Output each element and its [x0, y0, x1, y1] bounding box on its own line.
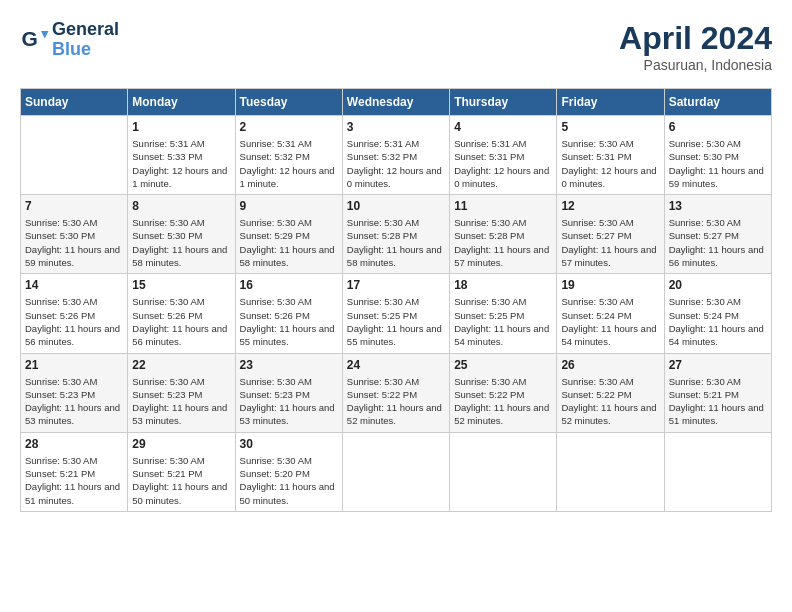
calendar-cell: 2Sunrise: 5:31 AMSunset: 5:32 PMDaylight… [235, 116, 342, 195]
day-info: Sunrise: 5:30 AMSunset: 5:22 PMDaylight:… [347, 375, 445, 428]
svg-marker-1 [41, 31, 49, 39]
day-info: Sunrise: 5:30 AMSunset: 5:24 PMDaylight:… [669, 295, 767, 348]
calendar-cell: 6Sunrise: 5:30 AMSunset: 5:30 PMDaylight… [664, 116, 771, 195]
day-info: Sunrise: 5:30 AMSunset: 5:29 PMDaylight:… [240, 216, 338, 269]
calendar-cell: 21Sunrise: 5:30 AMSunset: 5:23 PMDayligh… [21, 353, 128, 432]
calendar-cell: 1Sunrise: 5:31 AMSunset: 5:33 PMDaylight… [128, 116, 235, 195]
day-info: Sunrise: 5:30 AMSunset: 5:22 PMDaylight:… [561, 375, 659, 428]
calendar-cell: 29Sunrise: 5:30 AMSunset: 5:21 PMDayligh… [128, 432, 235, 511]
day-info: Sunrise: 5:30 AMSunset: 5:26 PMDaylight:… [132, 295, 230, 348]
location-subtitle: Pasuruan, Indonesia [619, 57, 772, 73]
day-number: 5 [561, 120, 659, 134]
day-info: Sunrise: 5:30 AMSunset: 5:30 PMDaylight:… [25, 216, 123, 269]
day-info: Sunrise: 5:31 AMSunset: 5:32 PMDaylight:… [240, 137, 338, 190]
day-number: 23 [240, 358, 338, 372]
day-number: 28 [25, 437, 123, 451]
day-info: Sunrise: 5:31 AMSunset: 5:31 PMDaylight:… [454, 137, 552, 190]
calendar-cell: 3Sunrise: 5:31 AMSunset: 5:32 PMDaylight… [342, 116, 449, 195]
logo: G General Blue [20, 20, 119, 60]
svg-text:G: G [22, 27, 38, 50]
day-info: Sunrise: 5:30 AMSunset: 5:27 PMDaylight:… [561, 216, 659, 269]
logo-text-line1: General [52, 20, 119, 40]
calendar-cell: 16Sunrise: 5:30 AMSunset: 5:26 PMDayligh… [235, 274, 342, 353]
day-number: 22 [132, 358, 230, 372]
calendar-cell [664, 432, 771, 511]
weekday-header: Tuesday [235, 89, 342, 116]
calendar-table: SundayMondayTuesdayWednesdayThursdayFrid… [20, 88, 772, 512]
day-info: Sunrise: 5:30 AMSunset: 5:23 PMDaylight:… [240, 375, 338, 428]
day-number: 21 [25, 358, 123, 372]
day-info: Sunrise: 5:30 AMSunset: 5:30 PMDaylight:… [132, 216, 230, 269]
calendar-cell: 23Sunrise: 5:30 AMSunset: 5:23 PMDayligh… [235, 353, 342, 432]
calendar-cell: 15Sunrise: 5:30 AMSunset: 5:26 PMDayligh… [128, 274, 235, 353]
weekday-header: Thursday [450, 89, 557, 116]
day-info: Sunrise: 5:30 AMSunset: 5:26 PMDaylight:… [240, 295, 338, 348]
day-info: Sunrise: 5:30 AMSunset: 5:28 PMDaylight:… [454, 216, 552, 269]
day-info: Sunrise: 5:30 AMSunset: 5:21 PMDaylight:… [669, 375, 767, 428]
day-number: 26 [561, 358, 659, 372]
day-number: 11 [454, 199, 552, 213]
calendar-cell: 27Sunrise: 5:30 AMSunset: 5:21 PMDayligh… [664, 353, 771, 432]
day-number: 19 [561, 278, 659, 292]
day-info: Sunrise: 5:30 AMSunset: 5:27 PMDaylight:… [669, 216, 767, 269]
day-info: Sunrise: 5:30 AMSunset: 5:24 PMDaylight:… [561, 295, 659, 348]
day-info: Sunrise: 5:30 AMSunset: 5:26 PMDaylight:… [25, 295, 123, 348]
day-number: 4 [454, 120, 552, 134]
day-number: 1 [132, 120, 230, 134]
calendar-cell [557, 432, 664, 511]
calendar-cell: 7Sunrise: 5:30 AMSunset: 5:30 PMDaylight… [21, 195, 128, 274]
day-number: 6 [669, 120, 767, 134]
day-info: Sunrise: 5:30 AMSunset: 5:22 PMDaylight:… [454, 375, 552, 428]
calendar-cell [450, 432, 557, 511]
day-number: 30 [240, 437, 338, 451]
calendar-cell: 19Sunrise: 5:30 AMSunset: 5:24 PMDayligh… [557, 274, 664, 353]
page-header: G General Blue April 2024 Pasuruan, Indo… [20, 20, 772, 73]
calendar-cell: 4Sunrise: 5:31 AMSunset: 5:31 PMDaylight… [450, 116, 557, 195]
calendar-cell: 26Sunrise: 5:30 AMSunset: 5:22 PMDayligh… [557, 353, 664, 432]
calendar-header-row: SundayMondayTuesdayWednesdayThursdayFrid… [21, 89, 772, 116]
day-info: Sunrise: 5:30 AMSunset: 5:21 PMDaylight:… [25, 454, 123, 507]
day-number: 9 [240, 199, 338, 213]
day-number: 16 [240, 278, 338, 292]
day-number: 27 [669, 358, 767, 372]
calendar-cell: 13Sunrise: 5:30 AMSunset: 5:27 PMDayligh… [664, 195, 771, 274]
calendar-cell: 9Sunrise: 5:30 AMSunset: 5:29 PMDaylight… [235, 195, 342, 274]
calendar-cell: 30Sunrise: 5:30 AMSunset: 5:20 PMDayligh… [235, 432, 342, 511]
day-number: 3 [347, 120, 445, 134]
calendar-cell: 24Sunrise: 5:30 AMSunset: 5:22 PMDayligh… [342, 353, 449, 432]
month-title: April 2024 [619, 20, 772, 57]
day-info: Sunrise: 5:30 AMSunset: 5:21 PMDaylight:… [132, 454, 230, 507]
calendar-cell: 5Sunrise: 5:30 AMSunset: 5:31 PMDaylight… [557, 116, 664, 195]
calendar-cell: 11Sunrise: 5:30 AMSunset: 5:28 PMDayligh… [450, 195, 557, 274]
weekday-header: Friday [557, 89, 664, 116]
day-info: Sunrise: 5:30 AMSunset: 5:23 PMDaylight:… [25, 375, 123, 428]
logo-text-line2: Blue [52, 40, 119, 60]
day-number: 15 [132, 278, 230, 292]
calendar-cell: 18Sunrise: 5:30 AMSunset: 5:25 PMDayligh… [450, 274, 557, 353]
calendar-cell: 12Sunrise: 5:30 AMSunset: 5:27 PMDayligh… [557, 195, 664, 274]
day-info: Sunrise: 5:30 AMSunset: 5:25 PMDaylight:… [347, 295, 445, 348]
calendar-cell: 10Sunrise: 5:30 AMSunset: 5:28 PMDayligh… [342, 195, 449, 274]
day-number: 14 [25, 278, 123, 292]
day-number: 8 [132, 199, 230, 213]
day-number: 10 [347, 199, 445, 213]
calendar-cell: 17Sunrise: 5:30 AMSunset: 5:25 PMDayligh… [342, 274, 449, 353]
day-number: 29 [132, 437, 230, 451]
weekday-header: Wednesday [342, 89, 449, 116]
day-number: 18 [454, 278, 552, 292]
day-info: Sunrise: 5:30 AMSunset: 5:31 PMDaylight:… [561, 137, 659, 190]
weekday-header: Monday [128, 89, 235, 116]
day-number: 25 [454, 358, 552, 372]
calendar-cell: 8Sunrise: 5:30 AMSunset: 5:30 PMDaylight… [128, 195, 235, 274]
day-info: Sunrise: 5:30 AMSunset: 5:28 PMDaylight:… [347, 216, 445, 269]
calendar-cell: 28Sunrise: 5:30 AMSunset: 5:21 PMDayligh… [21, 432, 128, 511]
day-info: Sunrise: 5:31 AMSunset: 5:33 PMDaylight:… [132, 137, 230, 190]
calendar-cell [21, 116, 128, 195]
weekday-header: Sunday [21, 89, 128, 116]
title-area: April 2024 Pasuruan, Indonesia [619, 20, 772, 73]
calendar-cell [342, 432, 449, 511]
day-number: 24 [347, 358, 445, 372]
logo-icon: G [20, 25, 50, 55]
day-info: Sunrise: 5:30 AMSunset: 5:25 PMDaylight:… [454, 295, 552, 348]
day-number: 2 [240, 120, 338, 134]
